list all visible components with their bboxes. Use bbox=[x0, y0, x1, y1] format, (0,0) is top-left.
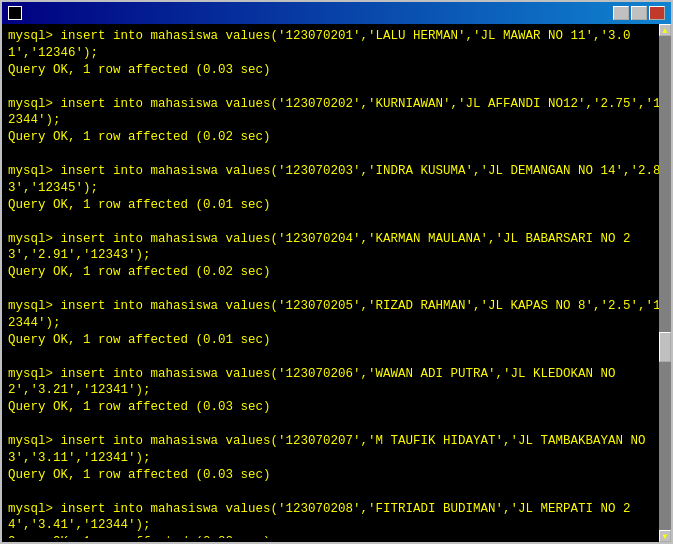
title-buttons bbox=[613, 6, 665, 20]
command-prompt-window: mysql> insert into mahasiswa values('123… bbox=[0, 0, 673, 544]
scrollbar-track bbox=[659, 36, 671, 530]
scroll-down-button[interactable]: ▼ bbox=[659, 530, 671, 542]
scrollbar[interactable]: ▲ ▼ bbox=[659, 24, 671, 542]
terminal-area: mysql> insert into mahasiswa values('123… bbox=[2, 24, 671, 542]
maximize-button[interactable] bbox=[631, 6, 647, 20]
title-bar-left bbox=[8, 6, 26, 20]
scrollbar-thumb[interactable] bbox=[659, 332, 671, 362]
title-bar bbox=[2, 2, 671, 24]
scroll-up-button[interactable]: ▲ bbox=[659, 24, 671, 36]
window-icon bbox=[8, 6, 22, 20]
terminal-output: mysql> insert into mahasiswa values('123… bbox=[8, 28, 665, 538]
close-button[interactable] bbox=[649, 6, 665, 20]
minimize-button[interactable] bbox=[613, 6, 629, 20]
